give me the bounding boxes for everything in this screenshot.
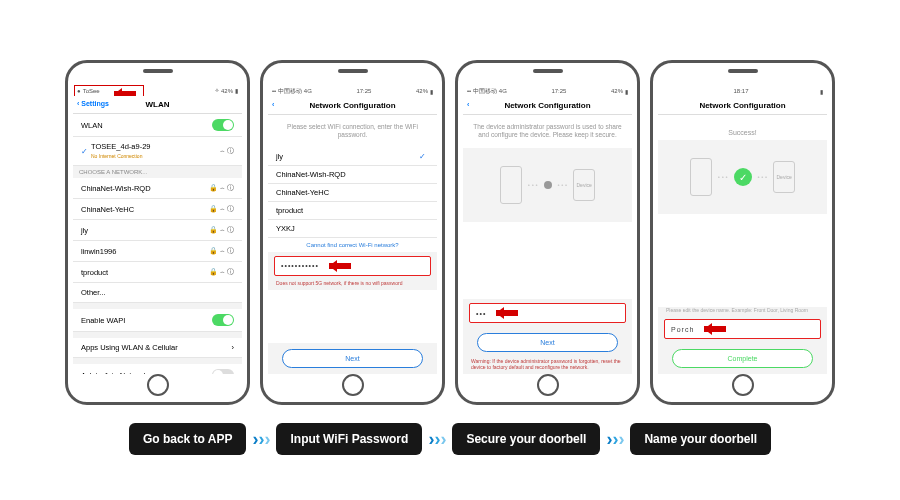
arrow-indicator bbox=[698, 324, 730, 334]
title-bar: ‹ Settings WLAN bbox=[73, 96, 242, 114]
phone-4: 18:17 ▮ Network Configuration Success! •… bbox=[650, 60, 835, 405]
back-button[interactable]: ‹ bbox=[272, 101, 274, 108]
toggle-on-icon[interactable] bbox=[212, 119, 234, 131]
page-title: Network Configuration bbox=[309, 101, 395, 110]
title-bar: ‹ Network Configuration bbox=[268, 97, 437, 115]
success-text: Success! bbox=[658, 115, 827, 140]
admin-password-input[interactable]: ••• bbox=[469, 303, 626, 323]
captions: Go back to APP ››› Input WiFi Password ›… bbox=[0, 423, 900, 455]
caption-3: Secure your doorbell bbox=[452, 423, 600, 455]
check-icon: ✓ bbox=[81, 147, 88, 156]
phones-row: ●ToSee ⟡42%▮ ‹ Settings WLAN WLAN ✓ TOSE… bbox=[0, 0, 900, 405]
page-title: Network Configuration bbox=[699, 101, 785, 110]
phone-2: ••中国移动 4G 17:25 42%▮ ‹ Network Configura… bbox=[260, 60, 445, 405]
network-row[interactable]: jly🔒 ⌢ ⓘ bbox=[73, 220, 242, 241]
wapi-row[interactable]: Enable WAPI bbox=[73, 309, 242, 332]
caption-1: Go back to APP bbox=[129, 423, 247, 455]
network-row[interactable]: ChinaNet-Wish-RQD bbox=[268, 166, 437, 184]
network-row[interactable]: tproduct bbox=[268, 202, 437, 220]
page-title: Network Configuration bbox=[504, 101, 590, 110]
back-button[interactable]: ‹ bbox=[467, 101, 469, 108]
wifi-icon: ⟡ bbox=[215, 87, 219, 94]
complete-button[interactable]: Complete bbox=[672, 349, 813, 368]
toggle-on-icon[interactable] bbox=[212, 314, 234, 326]
network-row[interactable]: YXKJ bbox=[268, 220, 437, 238]
network-row[interactable]: ChinaNet-Wish-RQD🔒 ⌢ ⓘ bbox=[73, 178, 242, 199]
phone-3: ••中国移动 4G 17:25 42%▮ ‹ Network Configura… bbox=[455, 60, 640, 405]
device-icon: Device bbox=[773, 161, 795, 193]
check-circle-icon: ✓ bbox=[734, 168, 752, 186]
chevron-right-icon: ››› bbox=[252, 429, 270, 450]
chevron-right-icon: ››› bbox=[428, 429, 446, 450]
apps-row[interactable]: Apps Using WLAN & Cellular› bbox=[73, 338, 242, 358]
chevron-right-icon: ››› bbox=[606, 429, 624, 450]
back-button[interactable]: ‹ Settings bbox=[77, 100, 109, 107]
help-link[interactable]: Cannot find correct Wi-Fi network? bbox=[268, 238, 437, 252]
instructions: The device administrator password is use… bbox=[463, 115, 632, 148]
network-row[interactable]: jly✓ bbox=[268, 148, 437, 166]
network-row[interactable]: ChinaNet-YeHC bbox=[268, 184, 437, 202]
toggle-off-icon[interactable] bbox=[212, 369, 234, 374]
warning-text: Does not support 5G network, if there is… bbox=[268, 280, 437, 290]
page-title: WLAN bbox=[146, 100, 170, 109]
check-icon: ✓ bbox=[419, 152, 426, 161]
wlan-toggle-row[interactable]: WLAN bbox=[73, 114, 242, 137]
network-row[interactable]: Other... bbox=[73, 283, 242, 303]
device-diagram: • • • • • • Device bbox=[463, 148, 632, 222]
arrow-indicator bbox=[490, 308, 522, 318]
warning-text: Warning: If the device administrator pas… bbox=[463, 358, 632, 374]
connected-network[interactable]: ✓ TOSEE_4d-a9-29No Internet Connection ⌢… bbox=[73, 137, 242, 166]
phone-icon bbox=[690, 158, 712, 196]
status-bar: ●ToSee ⟡42%▮ bbox=[73, 85, 242, 96]
phone-1: ●ToSee ⟡42%▮ ‹ Settings WLAN WLAN ✓ TOSE… bbox=[65, 60, 250, 405]
status-bar: 18:17 ▮ bbox=[658, 85, 827, 97]
network-row[interactable]: linwin1996🔒 ⌢ ⓘ bbox=[73, 241, 242, 262]
device-diagram: • • • ✓ • • • Device bbox=[658, 140, 827, 214]
hint-text: Please edit the device name. Example: Fr… bbox=[658, 307, 827, 315]
next-button[interactable]: Next bbox=[477, 333, 618, 352]
title-bar: ‹ Network Configuration bbox=[463, 97, 632, 115]
phone-icon bbox=[500, 166, 522, 204]
status-bar: ••中国移动 4G 17:25 42%▮ bbox=[268, 85, 437, 97]
network-row[interactable]: tproduct🔒 ⌢ ⓘ bbox=[73, 262, 242, 283]
section-label: CHOOSE A NETWORK... bbox=[73, 166, 242, 178]
status-bar: ••中国移动 4G 17:25 42%▮ bbox=[463, 85, 632, 97]
device-name-input[interactable]: Porch bbox=[664, 319, 821, 339]
title-bar: Network Configuration bbox=[658, 97, 827, 115]
password-input[interactable]: ••••••••••• bbox=[274, 256, 431, 276]
network-row[interactable]: ChinaNet-YeHC🔒 ⌢ ⓘ bbox=[73, 199, 242, 220]
dot-icon bbox=[544, 181, 552, 189]
instructions: Please select WiFi connection, enter the… bbox=[268, 115, 437, 148]
caption-2: Input WiFi Password bbox=[276, 423, 422, 455]
caption-4: Name your doorbell bbox=[630, 423, 771, 455]
ask-join-row[interactable]: Ask to Join Networks bbox=[73, 364, 242, 374]
arrow-indicator bbox=[323, 261, 355, 271]
next-button[interactable]: Next bbox=[282, 349, 423, 368]
device-icon: Device bbox=[573, 169, 595, 201]
wifi-icon: ⌢ ⓘ bbox=[220, 146, 234, 156]
